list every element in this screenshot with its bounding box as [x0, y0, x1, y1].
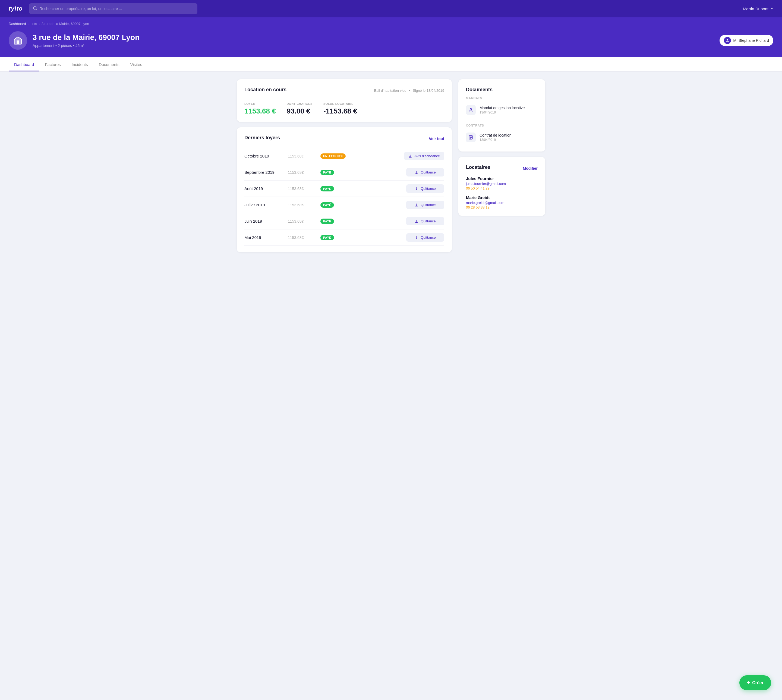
download-button[interactable]: Quittance	[406, 168, 444, 177]
search-bar[interactable]	[29, 3, 197, 14]
location-header: Location en cours Bail d'habitation vide…	[244, 87, 444, 94]
owner-name: M. Stéphane Richard	[733, 38, 769, 43]
download-button[interactable]: Quittance	[406, 233, 444, 242]
loyer-month: Juin 2019	[244, 219, 288, 223]
status-badge: PAYÉ	[320, 235, 334, 240]
property-size: 45m²	[75, 43, 84, 48]
loyers-title: Derniers loyers	[244, 135, 280, 141]
tabs-bar: Dashboard Factures Incidents Documents V…	[0, 57, 782, 72]
loyer-amount: 1153.68€	[288, 154, 320, 158]
bail-signed: Signé le 13/04/2019	[413, 88, 444, 93]
solde-value: -1153.68 €	[323, 107, 357, 115]
doc-date: 13/04/2019	[480, 110, 525, 114]
right-column: Documents MANDATS Mandat de gestion loca…	[459, 79, 545, 252]
modifier-button[interactable]: Modifier	[523, 166, 538, 170]
tab-factures[interactable]: Factures	[39, 57, 66, 72]
loyer-amount: 1153.68€	[288, 170, 320, 175]
contrats-list: Contrat de location 13/04/2019	[466, 130, 538, 145]
top-navigation: tylto Martin Dupont ▼	[0, 0, 782, 17]
doc-text: Contrat de location 13/04/2019	[480, 133, 512, 142]
loyer-amount: 1153.68€	[288, 187, 320, 191]
doc-icon	[466, 133, 476, 142]
contrats-label: CONTRATS	[466, 124, 538, 127]
svg-point-0	[33, 7, 37, 10]
charges-value: 93.00 €	[287, 107, 312, 115]
tab-incidents[interactable]: Incidents	[66, 57, 93, 72]
svg-point-2	[727, 39, 728, 40]
stat-solde: SOLDE LOCATAIRE -1153.68 €	[323, 102, 357, 115]
doc-text: Mandat de gestion locative 13/04/2019	[480, 106, 525, 114]
loyer-month: Mai 2019	[244, 235, 288, 240]
locataires-card: Locataires Modifier Jules Fournier jules…	[459, 157, 545, 216]
search-input[interactable]	[39, 7, 193, 11]
search-icon	[33, 6, 37, 12]
status-badge: PAYÉ	[320, 218, 334, 224]
locataire-phone: 06 50 54 41 29	[466, 186, 538, 190]
breadcrumb-current: 3 rue de la Mairie, 69007 Lyon	[42, 22, 89, 26]
doc-item[interactable]: Contrat de location 13/04/2019	[466, 130, 538, 145]
locataires-header: Locataires Modifier	[466, 165, 538, 172]
download-button[interactable]: Quittance	[406, 201, 444, 209]
user-menu[interactable]: Martin Dupont ▼	[743, 7, 773, 11]
chevron-down-icon: ▼	[770, 7, 773, 10]
property-type: Appartement	[33, 43, 54, 48]
locataire-email[interactable]: marie.greidt@gmail.com	[466, 201, 538, 205]
location-title: Location en cours	[244, 87, 287, 93]
loyers-list: Octobre 2019 1153.68€ EN ATTENTE Avis d'…	[244, 148, 444, 246]
loyer-row: Mai 2019 1153.68€ PAYÉ Quittance	[244, 229, 444, 246]
download-button[interactable]: Avis d'échéance	[404, 152, 444, 160]
status-badge: PAYÉ	[320, 186, 334, 192]
locataires-list: Jules Fournier jules.fournier@gmail.com …	[466, 176, 538, 209]
owner-badge[interactable]: M. Stéphane Richard	[720, 35, 773, 46]
bail-type: Bail d'habitation vide	[374, 88, 407, 93]
svg-line-1	[36, 9, 37, 10]
stat-loyer: LOYER 1153.68 €	[244, 102, 276, 115]
property-text: 3 rue de la Mairie, 69007 Lyon Apparteme…	[33, 33, 140, 48]
loyer-month: Septembre 2019	[244, 170, 288, 175]
status-badge: EN ATTENTE	[320, 153, 346, 159]
loyer-row: Juin 2019 1153.68€ PAYÉ Quittance	[244, 213, 444, 229]
doc-name: Mandat de gestion locative	[480, 106, 525, 110]
property-header: Dashboard › Lots › 3 rue de la Mairie, 6…	[0, 17, 782, 57]
loyers-card: Derniers loyers Voir tout Octobre 2019 1…	[237, 127, 452, 252]
tab-visites[interactable]: Visites	[125, 57, 148, 72]
voir-tout-link[interactable]: Voir tout	[429, 137, 444, 141]
breadcrumb-lots[interactable]: Lots	[30, 22, 37, 26]
download-button[interactable]: Quittance	[406, 184, 444, 193]
user-name: Martin Dupont	[743, 7, 769, 11]
owner-avatar-icon	[724, 37, 731, 44]
breadcrumb: Dashboard › Lots › 3 rue de la Mairie, 6…	[9, 22, 773, 26]
breadcrumb-sep1: ›	[28, 22, 29, 26]
main-content: Location en cours Bail d'habitation vide…	[228, 72, 554, 268]
loyer-amount: 1153.68€	[288, 219, 320, 223]
locataire-item: Marie Greidt marie.greidt@gmail.com 06 2…	[466, 195, 538, 209]
tab-dashboard[interactable]: Dashboard	[9, 57, 39, 72]
plus-icon: +	[747, 680, 750, 686]
property-meta: Appartement • 2 pièces • 45m²	[33, 43, 140, 48]
download-button[interactable]: Quittance	[406, 217, 444, 225]
loyer-row: Septembre 2019 1153.68€ PAYÉ Quittance	[244, 164, 444, 180]
charges-label: DONT CHARGES	[287, 102, 312, 105]
svg-rect-4	[469, 135, 472, 139]
loyer-row: Août 2019 1153.68€ PAYÉ Quittance	[244, 180, 444, 197]
tab-documents[interactable]: Documents	[93, 57, 125, 72]
create-fab[interactable]: + Créer	[739, 675, 771, 690]
loyer-month: Août 2019	[244, 186, 288, 191]
loyers-header: Derniers loyers Voir tout	[244, 135, 444, 142]
breadcrumb-dashboard[interactable]: Dashboard	[9, 22, 26, 26]
doc-name: Contrat de location	[480, 133, 512, 137]
doc-item[interactable]: Mandat de gestion locative 13/04/2019	[466, 102, 538, 118]
status-badge: PAYÉ	[320, 170, 334, 175]
locataire-name: Jules Fournier	[466, 176, 538, 181]
stats-row: LOYER 1153.68 € DONT CHARGES 93.00 € SOL…	[244, 100, 444, 115]
loyer-label: LOYER	[244, 102, 276, 105]
loyer-row: Juillet 2019 1153.68€ PAYÉ Quittance	[244, 197, 444, 213]
property-address: 3 rue de la Mairie, 69007 Lyon	[33, 33, 140, 42]
locataire-email[interactable]: jules.fournier@gmail.com	[466, 182, 538, 186]
mandats-label: MANDATS	[466, 97, 538, 100]
doc-date: 13/04/2019	[480, 138, 512, 142]
left-column: Location en cours Bail d'habitation vide…	[237, 79, 452, 252]
svg-point-3	[470, 108, 472, 110]
documents-card: Documents MANDATS Mandat de gestion loca…	[459, 79, 545, 152]
stat-charges: DONT CHARGES 93.00 €	[287, 102, 312, 115]
